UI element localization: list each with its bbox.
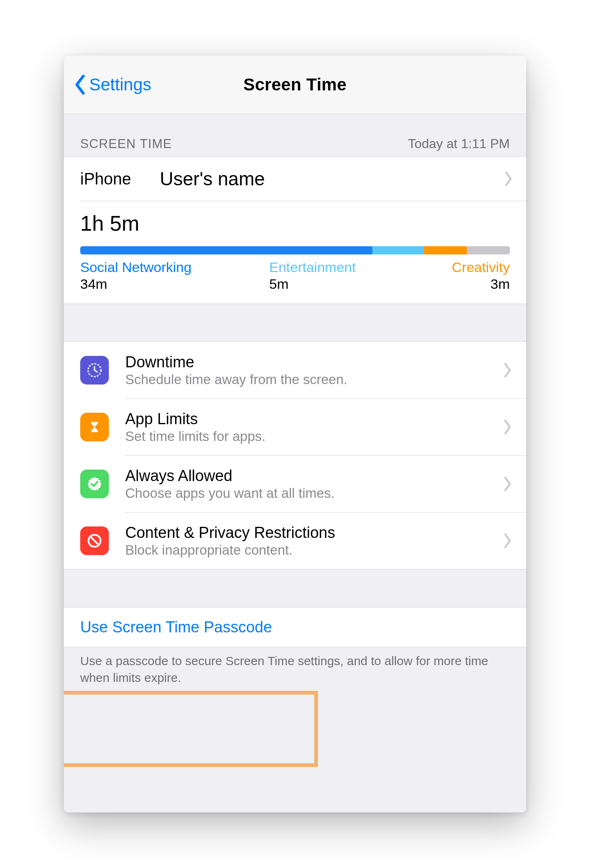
chevron-right-icon <box>503 362 512 378</box>
section-timestamp: Today at 1:11 PM <box>408 136 510 151</box>
option-subtitle: Set time limits for apps. <box>125 429 266 444</box>
usage-bar-segment <box>372 246 424 254</box>
option-row[interactable]: DowntimeSchedule time away from the scre… <box>64 342 526 398</box>
option-text: Always AllowedChoose apps you want at al… <box>125 467 335 501</box>
badge-check-icon <box>80 470 109 498</box>
option-title: Downtime <box>125 353 347 371</box>
passcode-footer: Use a passcode to secure Screen Time set… <box>64 647 526 686</box>
option-text: DowntimeSchedule time away from the scre… <box>125 353 347 387</box>
option-text: App LimitsSet time limits for apps. <box>125 410 266 444</box>
option-subtitle: Block inappropriate content. <box>125 542 335 558</box>
back-label: Settings <box>89 75 151 94</box>
option-row[interactable]: App LimitsSet time limits for apps. <box>64 399 526 455</box>
usage-cat-0: Social Networking 34m <box>80 259 269 292</box>
back-button[interactable]: Settings <box>74 75 151 94</box>
no-entry-icon <box>80 526 109 555</box>
usage-cat-2: Creativity 3m <box>428 259 510 292</box>
chevron-right-icon <box>503 533 512 549</box>
options-group: DowntimeSchedule time away from the scre… <box>64 342 526 569</box>
use-passcode-label: Use Screen Time Passcode <box>80 618 272 636</box>
usage-bar-segment <box>80 246 372 254</box>
chevron-right-icon <box>504 171 513 187</box>
nav-bar: Settings Screen Time <box>64 56 526 114</box>
option-row[interactable]: Content & Privacy RestrictionsBlock inap… <box>64 513 526 569</box>
chevron-left-icon <box>74 75 87 94</box>
usage-cat-name: Creativity <box>428 259 510 275</box>
option-row[interactable]: Always AllowedChoose apps you want at al… <box>64 456 526 512</box>
device-row[interactable]: iPhone User's name <box>64 157 526 201</box>
clock-icon <box>80 356 109 385</box>
option-title: App Limits <box>125 410 266 428</box>
usage-cat-time: 34m <box>80 276 269 292</box>
device-username: User's name <box>160 168 265 190</box>
usage-bar <box>80 246 510 254</box>
usage-bar-segment <box>467 246 510 254</box>
option-title: Content & Privacy Restrictions <box>125 524 335 542</box>
chevron-right-icon <box>503 476 512 492</box>
device-label: iPhone <box>80 170 131 188</box>
usage-block: 1h 5m Social Networking 34m Entertainmen… <box>64 201 526 304</box>
usage-categories: Social Networking 34m Entertainment 5m C… <box>80 259 510 292</box>
option-subtitle: Schedule time away from the screen. <box>125 372 347 387</box>
option-title: Always Allowed <box>125 467 335 485</box>
hourglass-icon <box>80 413 109 441</box>
option-text: Content & Privacy RestrictionsBlock inap… <box>125 524 335 558</box>
svg-line-2 <box>91 537 99 545</box>
usage-cat-1: Entertainment 5m <box>269 259 428 292</box>
usage-bar-segment <box>424 246 467 254</box>
section-label: SCREEN TIME <box>80 137 172 151</box>
usage-total: 1h 5m <box>80 211 510 236</box>
section-header: SCREEN TIME Today at 1:11 PM <box>64 114 526 156</box>
passcode-group: Use Screen Time Passcode <box>64 607 526 647</box>
option-subtitle: Choose apps you want at all times. <box>125 486 335 501</box>
highlight-box <box>64 691 318 767</box>
usage-cat-name: Social Networking <box>80 259 269 275</box>
usage-cat-time: 5m <box>269 276 428 292</box>
usage-cat-time: 3m <box>428 276 510 292</box>
use-passcode-button[interactable]: Use Screen Time Passcode <box>64 607 526 647</box>
usage-group: iPhone User's name 1h 5m Social Networki… <box>64 156 526 304</box>
chevron-right-icon <box>503 419 512 435</box>
usage-cat-name: Entertainment <box>269 259 428 275</box>
